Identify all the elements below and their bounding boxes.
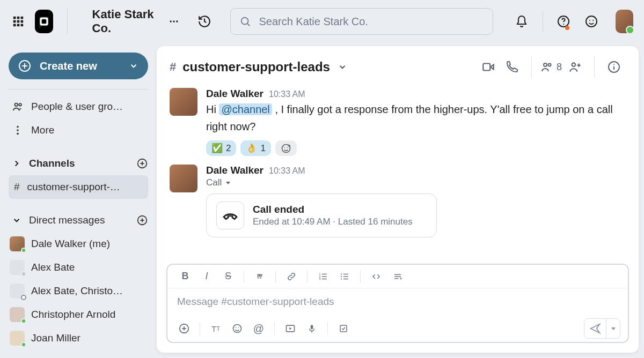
sidebar-more[interactable]: More <box>9 118 148 142</box>
avatar <box>10 307 25 322</box>
sidebar-dm-section[interactable]: Direct messages <box>9 208 148 232</box>
label: Dale Walker (me) <box>31 238 110 250</box>
composer-input[interactable]: Message #customer-support-leads <box>167 288 628 315</box>
list-bullet-button[interactable] <box>335 267 354 286</box>
dm-item[interactable]: Christopher Arnold <box>9 303 148 326</box>
mic-button[interactable] <box>303 319 321 338</box>
svg-point-70 <box>236 327 237 329</box>
composer-actions: TT @ <box>167 315 628 342</box>
svg-marker-73 <box>289 327 291 330</box>
sidebar-channels-section[interactable]: Channels <box>9 152 148 175</box>
hash-icon: # <box>14 181 20 193</box>
call-card: Call ended Ended at 10:49 AM · Lasted 16… <box>206 193 437 237</box>
message: Dale Walker 10:33 AM Hi @channel , I fin… <box>170 88 626 156</box>
message-subtype[interactable]: Call <box>206 177 626 188</box>
top-bar: Katie Stark Co. <box>0 0 644 43</box>
codeblock-button[interactable] <box>389 267 407 286</box>
dm-item[interactable]: Joan Miller <box>9 326 148 350</box>
bold-button[interactable]: B <box>176 267 194 286</box>
quote-button[interactable] <box>251 267 269 286</box>
svg-point-13 <box>176 20 178 22</box>
italic-button[interactable]: I <box>197 267 216 286</box>
code-button[interactable] <box>367 267 385 286</box>
search-input[interactable] <box>259 16 484 28</box>
svg-point-44 <box>613 64 614 65</box>
emoji-picker-button[interactable] <box>228 319 246 338</box>
chevron-down-icon <box>129 61 138 71</box>
link-button[interactable] <box>282 267 301 286</box>
svg-point-38 <box>548 64 551 66</box>
gif-button[interactable] <box>281 319 299 338</box>
search-icon <box>239 16 251 27</box>
video-call-icon[interactable] <box>477 55 500 79</box>
count: 2 <box>226 143 231 154</box>
send-button[interactable] <box>584 319 606 338</box>
sidebar-people[interactable]: People & user gro… <box>9 95 148 118</box>
emoji: 👌 <box>246 143 257 154</box>
people-icon <box>12 101 24 113</box>
message-author[interactable]: Dale Walker <box>206 165 264 176</box>
message-time: 10:33 AM <box>269 166 305 176</box>
mention[interactable]: @channel <box>219 103 272 115</box>
svg-text:3: 3 <box>319 277 321 280</box>
dm-item[interactable]: Dale Walker (me) <box>9 232 148 256</box>
attach-button[interactable] <box>175 319 193 338</box>
member-count[interactable]: 8 <box>539 55 563 79</box>
svg-point-26 <box>17 126 19 128</box>
avatar[interactable] <box>170 165 197 192</box>
dm-item[interactable]: Alex Bate, Christo… <box>9 279 148 303</box>
message-time: 10:33 AM <box>269 89 305 99</box>
strike-button[interactable]: S <box>219 267 237 286</box>
call-ended-icon <box>216 202 244 229</box>
channel-header: # customer-support-leads 8 <box>157 46 639 88</box>
svg-rect-74 <box>311 325 313 329</box>
channel-info-icon[interactable] <box>602 55 626 79</box>
hash-icon: # <box>170 60 176 74</box>
history-icon[interactable] <box>195 10 213 33</box>
workspace-menu-icon[interactable] <box>167 12 181 31</box>
avatar <box>10 236 25 251</box>
svg-point-62 <box>341 278 342 279</box>
label: Direct messages <box>29 214 105 226</box>
add-member-icon[interactable] <box>563 55 587 79</box>
message-author[interactable]: Dale Walker <box>206 88 264 100</box>
svg-point-25 <box>19 103 21 106</box>
svg-rect-5 <box>20 20 23 23</box>
user-avatar[interactable] <box>616 10 633 33</box>
svg-point-20 <box>592 20 594 21</box>
search-box[interactable] <box>230 8 493 35</box>
workspace-logo-icon[interactable] <box>35 10 53 33</box>
channel-title[interactable]: customer-support-leads <box>182 59 330 74</box>
svg-rect-35 <box>483 64 490 71</box>
svg-rect-4 <box>17 20 19 23</box>
chevron-down-icon[interactable] <box>338 62 347 72</box>
add-channel-button[interactable] <box>136 158 148 169</box>
label: customer-support-… <box>27 181 120 193</box>
text-format-toggle[interactable]: TT <box>207 319 225 338</box>
svg-point-60 <box>341 273 342 274</box>
svg-rect-10 <box>42 19 47 24</box>
create-new-button[interactable]: Create new <box>9 53 148 79</box>
reaction[interactable]: ✅ 2 <box>206 140 236 156</box>
phone-call-icon[interactable] <box>500 55 524 79</box>
svg-point-12 <box>173 20 175 22</box>
add-dm-button[interactable] <box>136 214 148 226</box>
dm-item[interactable]: Alex Bate <box>9 256 148 279</box>
list-ordered-button[interactable]: 123 <box>314 267 332 286</box>
mention-button[interactable]: @ <box>250 319 268 338</box>
apps-grid-icon[interactable] <box>11 12 25 31</box>
svg-point-39 <box>572 63 576 66</box>
avatar[interactable] <box>170 88 197 116</box>
notifications-icon[interactable] <box>513 10 530 33</box>
chevron-right-icon <box>12 159 21 168</box>
send-options-button[interactable] <box>606 319 620 338</box>
emoji-status-icon[interactable] <box>582 10 600 33</box>
sidebar-channel-customer-support[interactable]: # customer-support-… <box>9 175 148 199</box>
label: Channels <box>29 158 75 169</box>
add-reaction-button[interactable] <box>275 140 297 156</box>
help-icon[interactable] <box>555 10 573 33</box>
reaction[interactable]: 👌 1 <box>240 140 270 156</box>
workspace-name[interactable]: Katie Stark Co. <box>92 8 156 35</box>
svg-point-28 <box>17 133 19 135</box>
shortcut-button[interactable] <box>334 319 353 338</box>
